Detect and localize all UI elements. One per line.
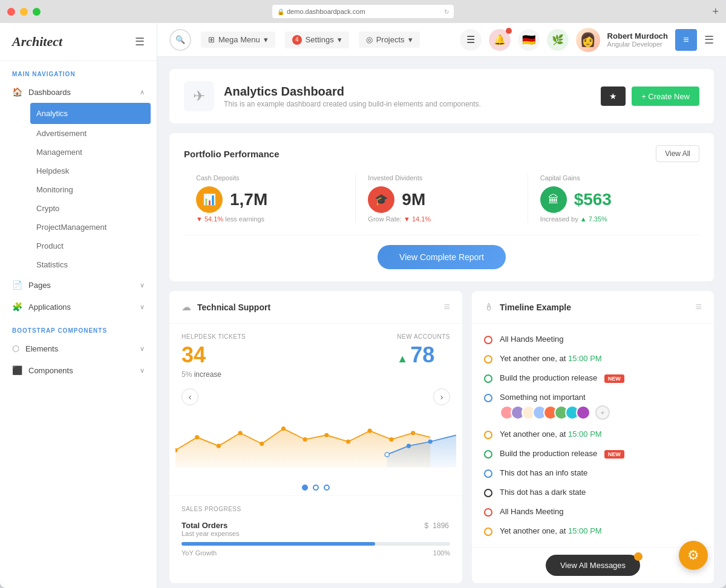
svg-point-4 [260,442,264,446]
mega-menu-icon: ⊞ [208,35,215,44]
view-all-button[interactable]: View All [656,145,699,162]
svg-point-9 [368,429,372,433]
technical-support-menu-icon[interactable]: ≡ [443,301,450,313]
invested-main: 🎓 9M [368,186,515,213]
messages-badge [634,552,643,561]
pages-icon: 📄 [12,280,22,290]
sidebar-group-elements-header[interactable]: ⬡ Elements ∨ [0,338,157,359]
carousel-dot-2[interactable] [313,485,319,491]
sales-row: Total Orders Last year expenses $ 1896 [182,518,450,537]
sidebar-item-product[interactable]: Product [24,237,157,255]
chart-prev-button[interactable]: ‹ [182,388,198,405]
sidebar-group-pages: 📄 Pages ∨ [0,274,157,296]
new-accounts-arrow: ▲ [397,353,408,365]
sales-label: SALES PROGRESS [182,506,450,512]
invested-label: Invested Dividents [368,174,515,181]
sidebar-item-statistics[interactable]: Statistics [24,255,157,274]
svg-point-8 [346,439,350,443]
pages-label: Pages [28,281,51,290]
capital-change: Increased by ▲ 7.35% [540,215,687,223]
timeline-menu-icon[interactable]: ≡ [695,301,702,313]
sidebar-group-pages-header[interactable]: 📄 Pages ∨ [0,274,157,296]
helpdesk-change: 5% increase [182,370,246,379]
components-icon: ⬛ [12,365,22,375]
progress-fill [182,542,375,546]
sales-section: SALES PROGRESS Total Orders Last year ex… [169,495,462,566]
timeline-time: 15:00 PM [568,354,602,363]
chevron-icon: ∧ [140,88,145,96]
mac-titlebar: 🔒 demo.dashboardpack.com ↻ + [0,0,726,23]
star-button[interactable]: ★ [601,87,626,106]
timeline-dot-yellow [484,431,492,439]
user-avatar[interactable]: 👩 [576,28,600,52]
panels-row: ☁ Technical Support ≡ HELPDESK TICKETS 3… [169,291,714,583]
main-content: ✈ Analytics Dashboard This is an example… [157,57,726,588]
sidebar-group-applications-header[interactable]: 🧩 Applications ∨ [0,296,157,318]
timeline-dot-blue-info [484,469,492,478]
timeline-header: 🕯 Timeline Example ≡ [472,291,714,324]
portfolio-card: Portfolio Performance View All Cash Depo… [169,133,714,281]
new-accounts-value: 78 [410,342,434,368]
timeline-time: 15:00 PM [568,526,602,535]
sidebar-item-management[interactable]: Management [24,143,157,162]
helpdesk-metric: HELPDESK TICKETS 34 5% increase [182,333,246,379]
url-bar: 🔒 demo.dashboardpack.com ↻ [272,5,454,18]
components-chevron-icon: ∨ [140,367,145,374]
app-logo: Architect [12,34,62,50]
sidebar-item-monitoring[interactable]: Monitoring [24,180,157,199]
portfolio-header: Portfolio Performance View All [184,145,699,162]
notification-button[interactable]: 🔔 [489,29,511,51]
avatar-8 [576,405,590,420]
helpdesk-pct: 5% [182,370,192,379]
close-button[interactable] [7,8,15,16]
settings-button[interactable]: 4 Settings ▾ [285,31,349,48]
hamburger-icon[interactable]: ☰ [135,35,145,48]
gear-fab-button[interactable]: ⚙ [679,541,708,570]
timeline-item-title: This dot has a dark state [500,488,702,497]
leaf-button[interactable]: 🌿 [547,29,569,51]
nav-icon-1[interactable]: ☰ [460,29,482,51]
sidebar-item-advertisement[interactable]: Advertisement [24,124,157,143]
sidebar-group-dashboards-header[interactable]: 🏠 Dashboards ∧ [0,81,157,103]
projects-button[interactable]: ◎ Projects ▾ [359,31,420,48]
view-all-messages-button[interactable]: View All Messages [546,555,640,576]
carousel-dot-3[interactable] [324,485,330,491]
sidebar-item-helpdesk[interactable]: Helpdesk [24,162,157,180]
maximize-button[interactable] [33,8,41,16]
flag-button[interactable]: 🇩🇪 [518,29,540,51]
sidebar-item-projectmanagement[interactable]: ProjectManagement [24,218,157,237]
page-header-actions: ★ + Create New [601,87,699,106]
create-new-button[interactable]: + Create New [632,87,699,106]
support-metrics: HELPDESK TICKETS 34 5% increase NEW ACCO… [169,324,462,388]
topnav-hamburger[interactable]: ☰ [704,33,714,47]
new-accounts-value-row: ▲ 78 [397,340,450,370]
gear-icon: ⚙ [687,547,699,563]
sidebar-item-crypto[interactable]: Crypto [24,199,157,218]
sidebar-group-components-header[interactable]: ⬛ Components ∨ [0,359,157,381]
app-body: Architect ☰ MAIN NAVIGATION 🏠 Dashboards… [0,23,726,588]
mega-menu-button[interactable]: ⊞ Mega Menu ▾ [201,31,275,48]
sidebar-group-applications: 🧩 Applications ∨ [0,296,157,318]
capital-label: Capital Gains [540,174,687,181]
chart-next-button[interactable]: › [433,388,450,405]
new-tab-button[interactable]: + [712,5,719,18]
projects-icon: ◎ [366,35,373,44]
timeline-item: Yet another one, at 15:00 PM [472,425,714,444]
carousel-dot-1[interactable] [302,485,308,491]
timeline-content: This dot has a dark state [500,488,702,497]
yoy-pct: 100% [433,549,450,557]
timeline-item: Build the production release NEW [472,368,714,388]
page-header-text: Analytics Dashboard This is an example d… [224,85,481,108]
svg-point-3 [238,431,243,435]
search-button[interactable]: 🔍 [169,29,191,51]
view-report-button[interactable]: View Complete Report [378,245,506,269]
mega-menu-chevron: ▾ [264,35,268,44]
timeline-dot-red [484,336,492,344]
new-badge: NEW [604,374,624,383]
progress-footer: YoY Growth 100% [182,549,450,557]
blue-action-button[interactable]: ≡ [675,29,697,51]
svg-point-2 [217,444,221,448]
sales-info: Total Orders Last year expenses [182,521,239,537]
minimize-button[interactable] [20,8,28,16]
sidebar-item-analytics[interactable]: Analytics [30,103,151,124]
